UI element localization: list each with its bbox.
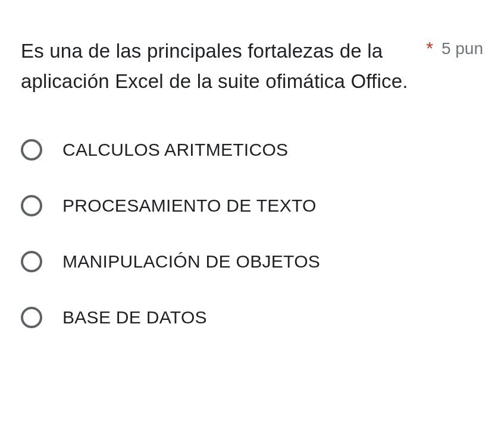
option-procesamiento-de-texto[interactable]: PROCESAMIENTO DE TEXTO — [21, 195, 483, 216]
option-label: PROCESAMIENTO DE TEXTO — [62, 196, 317, 216]
option-calculos-aritmeticos[interactable]: CALCULOS ARITMETICOS — [21, 139, 483, 161]
option-manipulacion-de-objetos[interactable]: MANIPULACIÓN DE OBJETOS — [21, 251, 483, 272]
option-base-de-datos[interactable]: BASE DE DATOS — [21, 307, 483, 328]
radio-icon — [21, 195, 42, 216]
option-label: CALCULOS ARITMETICOS — [62, 140, 288, 160]
radio-icon — [21, 251, 42, 272]
radio-icon — [21, 307, 42, 328]
radio-icon — [21, 139, 42, 161]
question-meta: * 5 pun — [426, 38, 483, 58]
question-container: Es una de las principales fortalezas de … — [0, 0, 504, 346]
option-label: MANIPULACIÓN DE OBJETOS — [62, 251, 320, 272]
points-label: 5 pun — [442, 39, 483, 58]
question-text: Es una de las principales fortalezas de … — [21, 36, 414, 96]
question-header: Es una de las principales fortalezas de … — [21, 36, 483, 96]
required-asterisk: * — [426, 38, 433, 58]
options-list: CALCULOS ARITMETICOS PROCESAMIENTO DE TE… — [21, 139, 483, 328]
option-label: BASE DE DATOS — [62, 307, 207, 328]
